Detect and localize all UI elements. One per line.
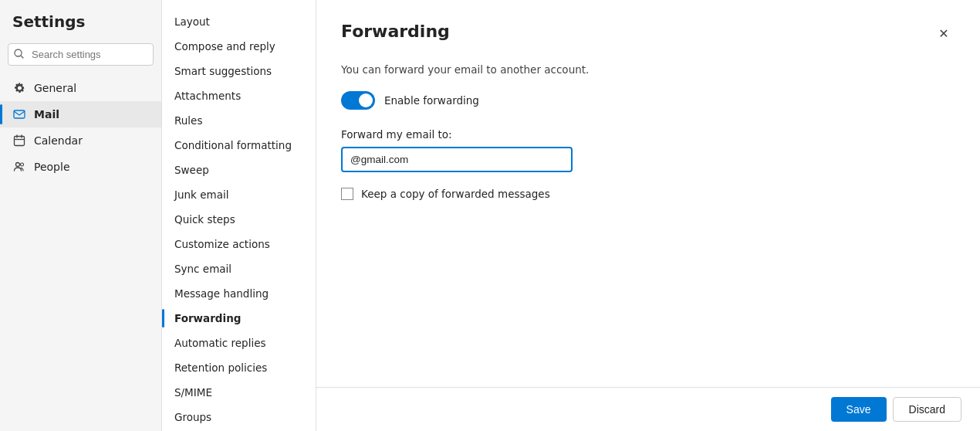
sidebar-item-calendar-label: Calendar (34, 134, 83, 147)
sidebar: Settings General Mai (0, 0, 162, 431)
menu-item-conditional-formatting[interactable]: Conditional formatting (162, 133, 316, 158)
forward-email-label: Forward my email to: (341, 128, 955, 141)
email-input-row (341, 147, 955, 172)
svg-line-1 (21, 56, 23, 58)
svg-rect-2 (14, 110, 25, 118)
sidebar-item-general[interactable]: General (0, 75, 161, 101)
menu-item-message-handling[interactable]: Message handling (162, 281, 316, 306)
sidebar-item-mail[interactable]: Mail (0, 101, 161, 127)
menu-item-retention-policies[interactable]: Retention policies (162, 355, 316, 380)
toggle-thumb (359, 93, 373, 107)
svg-rect-3 (15, 137, 25, 146)
copy-messages-checkbox[interactable] (341, 188, 353, 200)
close-icon: ✕ (938, 26, 948, 41)
menu-item-rules[interactable]: Rules (162, 108, 316, 133)
menu-item-sync-email[interactable]: Sync email (162, 256, 316, 281)
nav-section: General Mail Calendar (0, 75, 161, 180)
sidebar-item-people-label: People (34, 161, 70, 173)
bottom-bar: Save Discard (316, 387, 980, 431)
menu-item-smime[interactable]: S/MIME (162, 380, 316, 405)
menu-item-attachments[interactable]: Attachments (162, 83, 316, 108)
forwarding-description: You can forward your email to another ac… (341, 63, 955, 76)
forward-email-input[interactable] (341, 147, 573, 172)
close-button[interactable]: ✕ (932, 22, 955, 45)
gear-icon (12, 81, 26, 95)
sidebar-item-calendar[interactable]: Calendar (0, 127, 161, 154)
sidebar-item-mail-label: Mail (34, 108, 59, 120)
middle-menu: Layout Compose and reply Smart suggestio… (162, 0, 316, 431)
menu-item-sweep[interactable]: Sweep (162, 158, 316, 182)
save-button[interactable]: Save (831, 397, 887, 422)
calendar-icon (12, 134, 26, 148)
main-header: Forwarding ✕ (341, 22, 955, 45)
toggle-label: Enable forwarding (384, 94, 479, 107)
enable-forwarding-row: Enable forwarding (341, 91, 955, 110)
page-title: Forwarding (341, 22, 450, 41)
menu-item-groups[interactable]: Groups (162, 405, 316, 429)
search-box (8, 43, 154, 66)
menu-item-layout[interactable]: Layout (162, 9, 316, 34)
copy-messages-label: Keep a copy of forwarded messages (361, 188, 550, 200)
discard-button[interactable]: Discard (893, 397, 961, 422)
menu-item-automatic-replies[interactable]: Automatic replies (162, 331, 316, 355)
menu-item-quick-steps[interactable]: Quick steps (162, 207, 316, 232)
copy-messages-row: Keep a copy of forwarded messages (341, 188, 955, 200)
menu-item-forwarding[interactable]: Forwarding (162, 306, 316, 331)
menu-item-compose[interactable]: Compose and reply (162, 34, 316, 59)
mail-icon (12, 107, 26, 121)
enable-forwarding-toggle[interactable] (341, 91, 375, 110)
search-icon (14, 49, 24, 61)
people-icon (12, 160, 26, 174)
svg-point-7 (16, 163, 20, 167)
sidebar-title: Settings (0, 12, 161, 43)
sidebar-item-general-label: General (34, 82, 76, 94)
search-input[interactable] (8, 43, 154, 66)
menu-item-smart-suggestions[interactable]: Smart suggestions (162, 59, 316, 83)
svg-point-8 (21, 163, 24, 166)
main-content: Forwarding ✕ You can forward your email … (316, 0, 980, 431)
sidebar-item-people[interactable]: People (0, 154, 161, 180)
menu-item-customize-actions[interactable]: Customize actions (162, 232, 316, 256)
menu-item-junk-email[interactable]: Junk email (162, 182, 316, 207)
